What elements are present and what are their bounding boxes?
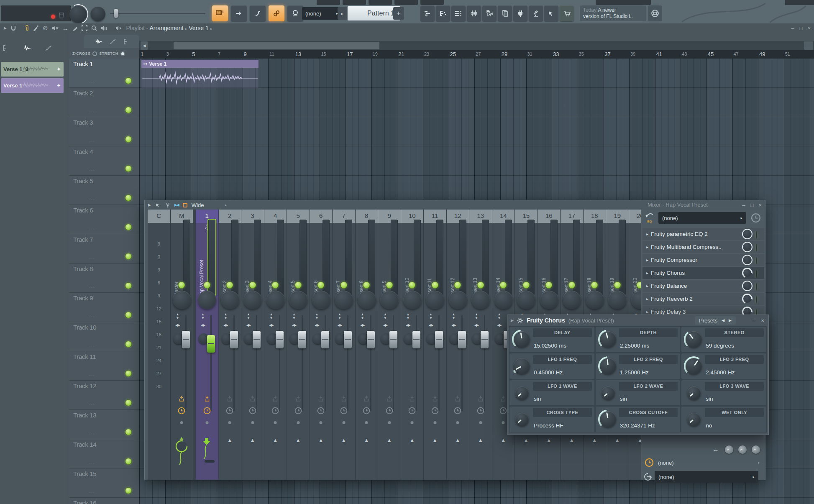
track-options-dots[interactable]: ··· [89, 197, 95, 202]
pattern-selector[interactable]: Pattern 1▴▾ [348, 6, 400, 20]
param-knob[interactable] [684, 356, 704, 376]
presets-selector[interactable]: Presets ◀ ▶ [695, 316, 736, 325]
channel-enable-led[interactable] [272, 281, 279, 289]
slot-menu-arrow[interactable]: ▸ [646, 284, 648, 288]
channel-label[interactable]: Insert 14 [495, 237, 502, 297]
track-enable-led[interactable] [125, 77, 132, 84]
paint-brush-icon[interactable] [33, 25, 39, 31]
fader-track[interactable] [279, 315, 280, 411]
fader-track[interactable] [416, 315, 417, 411]
track-name[interactable]: Track 10 [73, 324, 96, 331]
track-options-dots[interactable]: ··· [89, 168, 95, 173]
track-name[interactable]: Track 2 [73, 90, 93, 97]
track-enable-led[interactable] [125, 429, 132, 435]
volume-fader[interactable] [276, 331, 284, 348]
news-ticker[interactable]: Today A newer version of FL Studio i.. [579, 5, 646, 22]
preset-next-arrow[interactable]: ▶ [729, 318, 732, 322]
separation-leftright-arrows[interactable]: ◀▶ [223, 323, 229, 327]
separation-updown-arrows[interactable]: ▲▼ [245, 312, 252, 320]
param-value[interactable]: no [706, 422, 712, 429]
browser-button[interactable] [482, 5, 497, 21]
track-row[interactable]: Track 2 ··· [69, 88, 139, 117]
typing-keyboard-button[interactable] [212, 5, 228, 21]
channel-number[interactable]: 20 [629, 210, 642, 223]
track-enable-led[interactable] [125, 165, 132, 172]
pan-knob[interactable] [358, 291, 376, 309]
channel-label[interactable]: Insert 11 [427, 237, 433, 297]
mixer-channel-strip[interactable]: M 3036912151821242730 Master ▲▼ ◀▶ [171, 210, 194, 480]
effect-slot[interactable]: ▸ Fruity Chorus [642, 267, 764, 279]
record-arm-icon[interactable] [204, 395, 210, 402]
track-row[interactable]: Track 10 ··· [69, 322, 139, 351]
param-value[interactable]: sin [706, 396, 713, 402]
separation-updown-arrows[interactable]: ▲▼ [359, 312, 366, 320]
mixer-touch-icon[interactable] [155, 202, 161, 208]
route-to-master-arrow[interactable]: ▲ [227, 437, 233, 443]
channel-label[interactable]: Insert 12 [450, 237, 456, 297]
track-row[interactable]: Track 6 ··· [69, 205, 139, 234]
channel-preset-selector[interactable]: (none) ▸ [658, 212, 746, 224]
channel-enable-led[interactable] [409, 281, 416, 289]
clock-icon[interactable] [317, 407, 325, 414]
track-enable-led[interactable] [125, 107, 132, 113]
param-value[interactable]: sin [620, 396, 627, 402]
metronome-knob-button[interactable] [287, 5, 303, 21]
zoom-tool-icon[interactable] [91, 25, 97, 31]
param-knob[interactable] [601, 386, 615, 400]
pan-knob[interactable] [426, 291, 444, 309]
record-arm-icon[interactable] [318, 395, 324, 402]
add-pattern-button[interactable]: + [393, 7, 404, 20]
tap-tempo-lamp-button[interactable] [529, 5, 543, 21]
channel-enable-led[interactable] [545, 281, 553, 289]
pan-knob[interactable] [243, 291, 262, 309]
slice-tool-icon[interactable] [72, 26, 78, 31]
separation-leftright-arrows[interactable]: ◀▶ [451, 323, 457, 327]
pan-knob[interactable] [173, 291, 191, 309]
stretch-toggle[interactable] [120, 51, 125, 56]
effect-name[interactable]: Fruity parametric EQ 2 [651, 231, 708, 237]
mixer-channel-strip[interactable]: 10 3036912151821242730 Insert 10 ▲▼ ◀▶ [401, 210, 424, 480]
track-enable-led[interactable] [125, 253, 132, 260]
channel-label[interactable]: Insert 20 [632, 237, 638, 297]
route-to-master-arrow[interactable]: ▲ [478, 437, 483, 443]
slot-menu-arrow[interactable]: ▸ [646, 310, 648, 314]
mixer-channel-strip[interactable]: 3 3036912151821242730 Insert 3 ▲▼ ◀▶ [241, 210, 264, 480]
slot-menu-arrow[interactable]: ▸ [646, 271, 648, 275]
route-to-master-arrow[interactable]: ▲ [364, 437, 369, 443]
mixer-channel-strip[interactable]: 12 3036912151821242730 Insert 12 ▲▼ ◀▶ [447, 210, 470, 480]
record-arm-icon[interactable] [227, 395, 233, 402]
scroll-extra-button[interactable] [804, 41, 813, 50]
pan-knob[interactable] [494, 291, 513, 309]
effect-name[interactable]: Fruity Delay 3 [651, 309, 686, 315]
volume-fader[interactable] [344, 331, 352, 348]
playlist-clip-verse1[interactable]: ↦ Verse 1 [141, 59, 259, 88]
track-name[interactable]: Track 9 [73, 294, 93, 302]
track-options-dots[interactable]: ··· [89, 314, 95, 319]
picker-clip[interactable]: Verse 1 ✦ [1, 78, 64, 93]
channel-label[interactable]: Insert 8 [358, 237, 365, 297]
picker-audio-icon[interactable] [23, 45, 31, 51]
effect-name[interactable]: Fruity Balance [651, 283, 687, 289]
track-row[interactable]: Track 7 ··· [69, 234, 139, 264]
param-knob[interactable] [687, 386, 701, 400]
channel-enable-led[interactable] [226, 281, 233, 289]
effect-slot[interactable]: ▸ Fruity Multiband Compress.. [642, 241, 764, 253]
zcross-toggle[interactable] [92, 51, 97, 56]
route-to-master-arrow[interactable]: ▲ [592, 437, 597, 443]
record-arm-icon[interactable] [250, 395, 256, 402]
track-name[interactable]: Track 13 [73, 412, 96, 419]
track-name[interactable]: Track 1 [73, 60, 93, 67]
pan-knob[interactable] [563, 291, 581, 309]
separation-leftright-arrows[interactable]: ◀▶ [268, 323, 275, 327]
channel-label[interactable]: Insert 6 [313, 237, 319, 297]
separation-updown-arrows[interactable]: ▲▼ [473, 312, 480, 320]
track-options-dots[interactable]: ··· [89, 256, 95, 261]
volume-fader[interactable] [481, 331, 489, 348]
send-knob-1[interactable] [725, 445, 733, 454]
channel-label[interactable]: Insert 9 [381, 237, 387, 297]
clock-icon[interactable] [226, 407, 233, 414]
preset-prev-arrow[interactable]: ◀ [722, 318, 724, 322]
track-name[interactable]: Track 7 [73, 236, 93, 243]
effect-name[interactable]: Fruity Compressor [651, 257, 697, 263]
effect-name[interactable]: Fruity Reeverb 2 [651, 296, 693, 302]
